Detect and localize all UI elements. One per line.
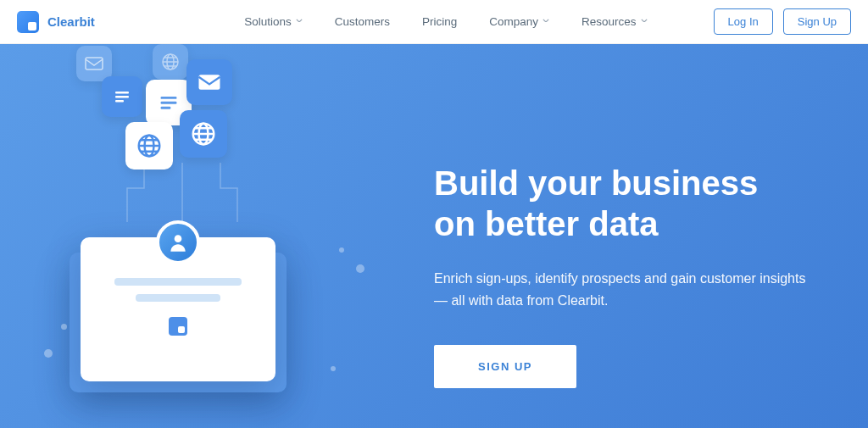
svg-rect-3 xyxy=(115,92,129,94)
svg-rect-8 xyxy=(161,107,171,109)
decorative-dot xyxy=(331,366,336,371)
signup-button[interactable]: Sign Up xyxy=(783,8,851,35)
hero-section: Build your business on better data Enric… xyxy=(0,44,868,428)
auth-buttons: Log In Sign Up xyxy=(714,8,851,35)
logo-icon xyxy=(169,317,187,336)
nav-label: Pricing xyxy=(422,15,457,28)
login-button[interactable]: Log In xyxy=(714,8,773,35)
nav-label: Solutions xyxy=(244,15,292,28)
site-header: Clearbit Solutions Customers Pricing Com… xyxy=(0,0,868,44)
nav-company[interactable]: Company xyxy=(489,15,549,28)
hero-illustration xyxy=(34,44,322,428)
nav-label: Company xyxy=(489,15,538,28)
nav-label: Resources xyxy=(581,15,637,28)
logo-text: Clearbit xyxy=(47,14,95,29)
placeholder-bar xyxy=(114,278,242,286)
globe-icon xyxy=(180,110,227,158)
avatar-icon xyxy=(156,220,200,264)
svg-rect-0 xyxy=(86,58,103,69)
document-icon xyxy=(102,76,142,117)
decorative-dot xyxy=(339,247,344,253)
nav-solutions[interactable]: Solutions xyxy=(244,15,303,28)
decorative-dot xyxy=(61,324,67,330)
decorative-dot xyxy=(44,349,53,358)
svg-rect-9 xyxy=(199,75,220,90)
nav-pricing[interactable]: Pricing xyxy=(422,15,457,28)
hero-signup-button[interactable]: SIGN UP xyxy=(434,345,576,388)
hero-title: Build your business on better data xyxy=(434,163,807,244)
chevron-down-icon xyxy=(542,19,549,25)
svg-rect-6 xyxy=(161,97,177,99)
globe-icon xyxy=(125,122,173,170)
decorative-dot xyxy=(356,264,364,273)
svg-rect-4 xyxy=(115,96,129,98)
nav-customers[interactable]: Customers xyxy=(335,15,390,28)
profile-card xyxy=(81,237,275,381)
hero-content: Build your business on better data Enric… xyxy=(434,163,807,388)
chevron-down-icon xyxy=(641,19,648,25)
svg-rect-5 xyxy=(115,100,124,103)
logo[interactable]: Clearbit xyxy=(17,11,95,33)
svg-point-14 xyxy=(175,235,182,242)
main-nav: Solutions Customers Pricing Company Reso… xyxy=(244,8,851,35)
placeholder-bar xyxy=(136,294,220,302)
nav-label: Customers xyxy=(335,15,390,28)
nav-resources[interactable]: Resources xyxy=(581,15,648,28)
svg-rect-7 xyxy=(161,102,177,104)
chevron-down-icon xyxy=(296,19,303,25)
envelope-icon xyxy=(186,59,232,105)
globe-icon xyxy=(153,44,188,80)
logo-icon xyxy=(17,11,39,33)
hero-subtitle: Enrich sign-ups, identify prospects and … xyxy=(434,268,807,311)
